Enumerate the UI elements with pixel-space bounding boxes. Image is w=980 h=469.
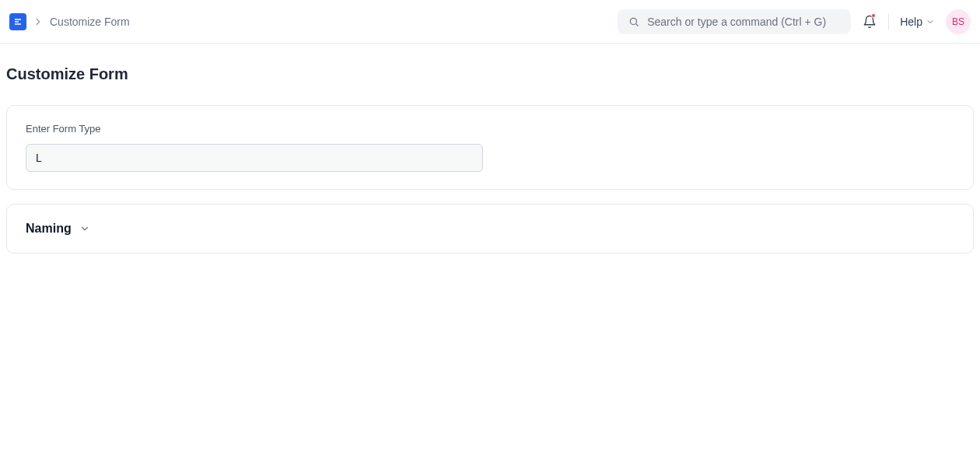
chevron-down-icon xyxy=(79,223,90,234)
svg-point-3 xyxy=(631,18,637,24)
form-type-label: Enter Form Type xyxy=(26,123,954,135)
avatar[interactable]: BS xyxy=(946,9,971,34)
search-icon xyxy=(628,16,639,27)
breadcrumb: Customize Form xyxy=(33,16,130,28)
app-header: Customize Form Search or type a command … xyxy=(0,0,980,44)
form-type-card: Enter Form Type xyxy=(6,105,974,190)
header-divider xyxy=(888,14,889,30)
svg-line-4 xyxy=(636,23,639,26)
avatar-initials: BS xyxy=(952,16,964,27)
search-placeholder: Search or type a command (Ctrl + G) xyxy=(647,16,826,28)
naming-section-title: Naming xyxy=(26,222,72,236)
notifications-button[interactable] xyxy=(862,14,877,30)
logo-icon xyxy=(13,17,23,26)
header-right: Search or type a command (Ctrl + G) Help… xyxy=(618,9,971,34)
naming-section-toggle[interactable]: Naming xyxy=(26,222,954,236)
chevron-right-icon xyxy=(33,16,44,27)
app-logo[interactable] xyxy=(9,13,26,30)
notification-dot xyxy=(871,13,876,18)
main-content: Customize Form Enter Form Type Naming xyxy=(0,44,980,254)
breadcrumb-current[interactable]: Customize Form xyxy=(50,16,130,28)
help-menu[interactable]: Help xyxy=(900,16,935,28)
page-title: Customize Form xyxy=(6,65,974,83)
naming-section-card: Naming xyxy=(6,204,974,254)
search-input[interactable]: Search or type a command (Ctrl + G) xyxy=(618,9,851,34)
header-left: Customize Form xyxy=(9,13,130,30)
form-type-input[interactable] xyxy=(26,144,483,172)
chevron-down-icon xyxy=(926,17,935,26)
help-label: Help xyxy=(900,16,922,28)
